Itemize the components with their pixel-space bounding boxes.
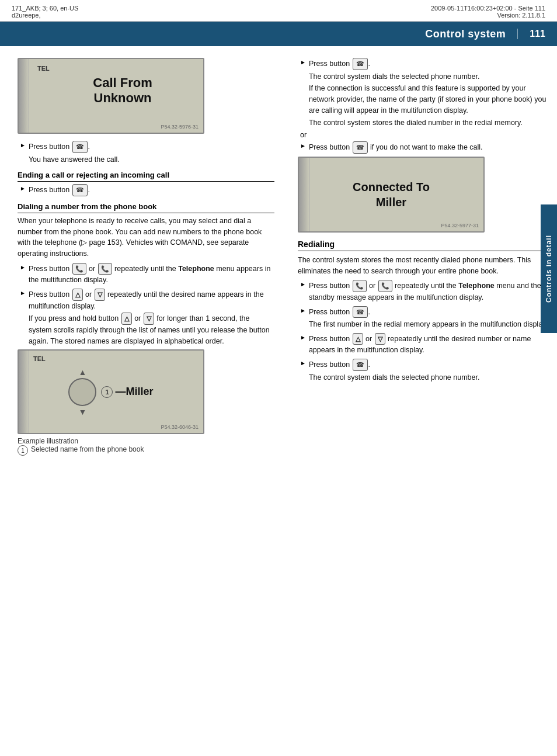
bullet-arrow-4: ► [20,290,26,296]
bullet-redialing-3: ► Press button △ or ▽ repeatedly until t… [298,333,551,356]
bullet-arrow-rd1: ► [300,281,306,287]
up-arrow-icon: △ [72,289,83,301]
header-right: 2009-05-11T16:00:23+02:00 - Seite 111 Ve… [431,5,545,19]
bullet-text-1: Press button ☎. You have answered the ca… [29,141,120,165]
bullet-end-call: ► Press button ☎. [18,184,274,196]
down-arrow-icon: ▽ [95,289,105,301]
title-bar: Control system 111 [0,22,557,46]
redialing-body: The control system stores the most recen… [298,255,551,277]
bullet-arrow-rd2: ► [300,307,306,314]
bullet-arrow-rd4: ► [300,360,306,366]
page-header: 171_AKB; 3; 60, en-US d2ureepe, 2009-05-… [0,0,557,22]
left-column: TEL Call From Unknown P54.32-5976-31 ► P… [0,46,286,472]
phone-green-icon: ☎ [72,141,88,153]
bullet-text-3: Press button 📞 or 📞 repeatedly until the… [29,263,274,286]
screen-connected: Connected To Miller P54.32-5977-31 [298,157,485,233]
down-btn-rd: ▽ [375,333,385,345]
bullet-answer-call: ► Press button ☎. You have answered the … [18,141,274,165]
bullet-text-r1: Press button ☎. The control system dials… [309,58,551,128]
screen-miller-left-decor [19,351,29,433]
header-left: 171_AKB; 3; 60, en-US d2ureepe, [12,5,78,19]
tel-btn-rd2: 📞 [378,280,392,292]
section-dialing: Dialing a number from the phone book [18,202,274,213]
bullet-arrow-r2: ► [300,143,306,149]
bullet-arrow-3: ► [20,264,26,271]
phone-green-rd: ☎ [353,306,368,318]
bullet-redialing-2: ► Press button ☎. The first number in th… [298,306,551,330]
screen-connected-left-decor [299,158,309,231]
phone-green-icon-r: ☎ [353,58,368,70]
bullet-redialing-1: ► Press button 📞 or 📞 repeatedly until t… [298,280,551,303]
ps-code-2: P54.32-6046-31 [161,424,199,430]
bullet-right-reject: ► Press button ☎ if you do not want to m… [298,141,551,154]
bullet-text-4: Press button △ or ▽ repeatedly until the… [29,289,274,346]
up-btn-rd: △ [353,333,363,345]
bullet-text-2: Press button ☎. [29,184,90,196]
bullet-arrow-2: ► [20,185,26,192]
nav-circle [68,378,96,406]
bullet-text-rd4: Press button ☎. The control system dials… [309,359,480,383]
bullet-press-tel: ► Press button 📞 or 📞 repeatedly until t… [18,263,274,286]
caption-item-1: 1 Selected name from the phone book [18,445,274,456]
sidebar-tab: Controls in detail [541,204,557,333]
caption-text-1: Selected name from the phone book [31,445,144,453]
tel-button-icon-1: 📞 [72,263,86,275]
bullet-press-updown: ► Press button △ or ▽ repeatedly until t… [18,289,274,346]
section-ending-call: Ending a call or rejecting an incoming c… [18,171,274,182]
nav-down-arrow: ▼ [79,407,87,417]
ps-code-connected: P54.32-5977-31 [441,223,479,228]
screen-left-decor [19,59,29,133]
screen-miller: TEL ▲ ▼ 1 —Miller P54.32-6046-31 [18,349,204,434]
bullet-arrow-rd3: ► [300,334,306,341]
caption-label: Example illustration [18,437,274,445]
connected-text: Connected To Miller [353,179,430,210]
ps-code-1: P54.32-5976-31 [161,124,199,130]
nav-up-arrow: ▲ [79,367,87,377]
miller-display: ▲ ▼ 1 —Miller [68,367,153,417]
redialing-heading: Redialing [298,240,551,251]
tel-btn-rd1: 📞 [353,280,367,292]
down-icon-inline: ▽ [144,313,154,325]
bullet-text-r2: Press button ☎ if you do not want to mak… [309,141,483,154]
phone-green-rd2: ☎ [353,359,368,371]
bullet-arrow-r1: ► [300,59,306,65]
phone-red-icon-r: ☎ [353,141,368,154]
caption-area: Example illustration 1 Selected name fro… [18,437,274,456]
nav-control: ▲ ▼ [68,367,96,417]
miller-circle-num: 1 [101,386,113,398]
bullet-arrow-1: ► [20,142,26,148]
right-column: ► Press button ☎. The control system dia… [286,46,557,472]
bullet-text-rd2: Press button ☎. The first number in the … [309,306,548,330]
dialing-body-text: When your telephone is ready to receive … [18,216,274,259]
tel-label: TEL [37,65,50,72]
phone-red-icon: ☎ [72,184,88,196]
page-number: 111 [517,29,545,39]
screen-call-unknown: TEL Call From Unknown P54.32-5976-31 [18,58,204,134]
caption-num-1: 1 [18,445,28,456]
miller-name: 1 —Miller [101,386,153,398]
bullet-text-rd1: Press button 📞 or 📞 repeatedly until the… [309,280,551,303]
tel-top-label: TEL [33,355,46,362]
main-content: TEL Call From Unknown P54.32-5976-31 ► P… [0,46,557,472]
tel-button-icon-2: 📞 [98,263,112,275]
bullet-redialing-4: ► Press button ☎. The control system dia… [298,359,551,383]
up-icon-inline: △ [121,313,132,325]
bullet-text-rd3: Press button △ or ▽ repeatedly until the… [309,333,551,356]
sidebar-tab-label: Controls in detail [545,235,553,303]
or-text: or [298,131,551,139]
section-title: Control system [425,28,506,40]
bullet-right-dial: ► Press button ☎. The control system dia… [298,58,551,128]
call-text: Call From Unknown [37,75,208,106]
